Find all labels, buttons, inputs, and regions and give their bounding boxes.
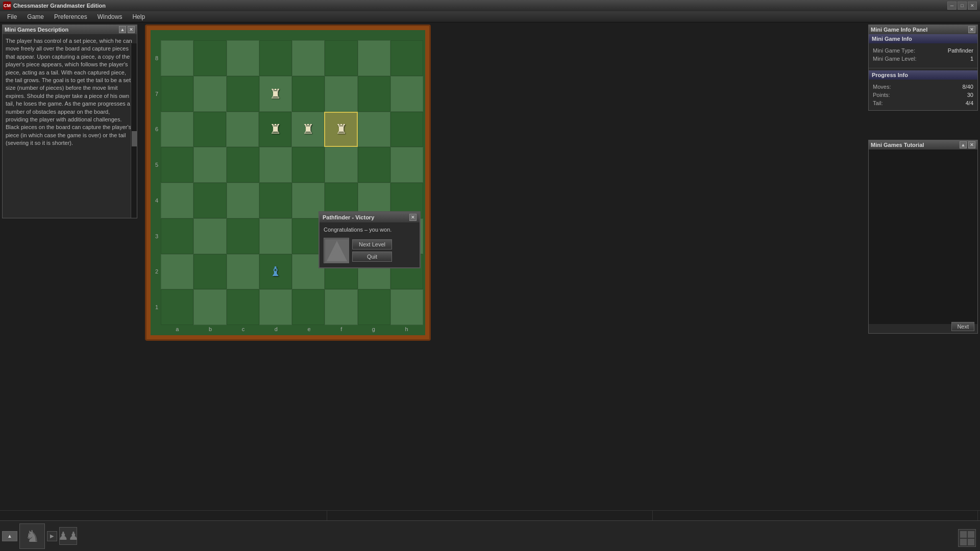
cell-e1[interactable] bbox=[292, 289, 325, 325]
description-panel-titlebar: Mini Games Description ▲ ✕ bbox=[3, 25, 137, 34]
cell-a7[interactable] bbox=[161, 76, 193, 112]
board-outer: 8 7 6 5 4 3 2 1 a b c d e f g bbox=[145, 24, 431, 341]
cell-b3[interactable] bbox=[193, 218, 226, 254]
cell-c6[interactable] bbox=[226, 112, 259, 147]
rank-3: 3 bbox=[155, 233, 158, 239]
cell-a2[interactable] bbox=[161, 254, 193, 290]
cell-e7[interactable] bbox=[292, 76, 325, 112]
svg-rect-5 bbox=[960, 531, 967, 538]
scroll-up-button[interactable]: ▲ bbox=[2, 531, 17, 541]
cell-d8[interactable] bbox=[259, 40, 292, 76]
cell-f8[interactable] bbox=[325, 40, 357, 76]
victory-dialog-content: Congratulations – you won. Next Level Qu… bbox=[320, 222, 420, 267]
cell-c2[interactable] bbox=[227, 254, 259, 290]
victory-close-button[interactable]: ✕ bbox=[409, 214, 416, 221]
cell-b6[interactable] bbox=[193, 112, 226, 147]
cell-d1[interactable] bbox=[259, 289, 292, 325]
cell-a6[interactable] bbox=[161, 112, 193, 147]
tutorial-close-button[interactable]: ✕ bbox=[968, 141, 975, 148]
victory-title-text: Pathfinder - Victory bbox=[323, 214, 374, 220]
cell-c1[interactable] bbox=[227, 289, 259, 325]
cell-d5[interactable] bbox=[259, 147, 292, 183]
description-text: The player has control of a set piece, w… bbox=[6, 37, 134, 147]
info-close-button[interactable]: ✕ bbox=[968, 26, 975, 33]
file-e: e bbox=[307, 326, 310, 332]
board-inner: 8 7 6 5 4 3 2 1 a b c d e f g bbox=[151, 30, 425, 335]
tutorial-expand-button[interactable]: ▲ bbox=[960, 141, 967, 148]
cell-g1[interactable] bbox=[358, 289, 390, 325]
tutorial-next-button[interactable]: Next bbox=[951, 322, 974, 331]
cell-g6[interactable] bbox=[358, 112, 390, 147]
description-close-button[interactable]: ✕ bbox=[128, 26, 135, 33]
cell-d4[interactable] bbox=[259, 183, 292, 218]
info-panel: Mini Game Info Panel ✕ Mini Game Info Mi… bbox=[868, 24, 978, 111]
cell-b2[interactable] bbox=[193, 254, 226, 290]
tutorial-panel-title: Mini Games Tutorial bbox=[871, 142, 924, 148]
cell-a8[interactable] bbox=[161, 40, 193, 76]
victory-dialog: Pathfinder - Victory ✕ Congratulations –… bbox=[318, 211, 421, 268]
cell-a1[interactable] bbox=[161, 289, 193, 325]
cell-a5[interactable] bbox=[161, 147, 193, 183]
cell-c7[interactable] bbox=[227, 76, 259, 112]
cell-h7[interactable] bbox=[390, 76, 423, 112]
minimize-button[interactable]: ─ bbox=[947, 2, 957, 10]
menu-windows[interactable]: Windows bbox=[92, 12, 128, 21]
points-label: Points: bbox=[873, 92, 890, 98]
menu-game[interactable]: Game bbox=[22, 12, 49, 21]
rank-7: 7 bbox=[155, 91, 158, 97]
cell-h6[interactable] bbox=[390, 112, 423, 147]
tutorial-content bbox=[869, 149, 977, 324]
cell-h1[interactable] bbox=[390, 289, 423, 325]
rank-5: 5 bbox=[155, 162, 158, 168]
cell-d6[interactable]: ♜ bbox=[259, 112, 291, 147]
cell-c3[interactable] bbox=[227, 218, 259, 254]
cell-c8[interactable] bbox=[227, 40, 259, 76]
cell-d3[interactable] bbox=[259, 218, 292, 254]
cell-f7[interactable] bbox=[325, 76, 357, 112]
cell-g8[interactable] bbox=[358, 40, 390, 76]
menu-file[interactable]: File bbox=[2, 12, 22, 21]
cell-b4[interactable] bbox=[193, 183, 226, 218]
cell-f6[interactable]: ♜ bbox=[324, 112, 358, 147]
cell-b8[interactable] bbox=[193, 40, 226, 76]
cell-e6[interactable]: ♜ bbox=[291, 112, 324, 147]
menu-help[interactable]: Help bbox=[127, 12, 150, 21]
bottom-play-button[interactable]: ▶ bbox=[47, 531, 57, 541]
cell-b7[interactable] bbox=[193, 76, 226, 112]
cell-e5[interactable] bbox=[292, 147, 325, 183]
cell-f1[interactable] bbox=[325, 289, 357, 325]
cell-c5[interactable] bbox=[227, 147, 259, 183]
cell-a3[interactable] bbox=[161, 218, 193, 254]
cell-c4[interactable] bbox=[227, 183, 259, 218]
description-scrollbar[interactable] bbox=[131, 43, 137, 218]
dialog-buttons: Next Level Quit bbox=[324, 238, 415, 263]
cell-e8[interactable] bbox=[292, 40, 325, 76]
cell-h5[interactable] bbox=[390, 147, 423, 183]
scrollbar-thumb[interactable] bbox=[132, 131, 137, 146]
cell-f5[interactable] bbox=[325, 147, 357, 183]
cell-b1[interactable] bbox=[193, 289, 226, 325]
board-row-6: ♜♜♜ bbox=[161, 112, 423, 147]
cell-d2[interactable]: ♝ bbox=[259, 254, 292, 290]
description-panel-title: Mini Games Description bbox=[5, 27, 68, 33]
maximize-button[interactable]: □ bbox=[958, 2, 967, 10]
close-button[interactable]: ✕ bbox=[968, 2, 977, 10]
game-level-value: 1 bbox=[970, 56, 973, 62]
tutorial-panel-titlebar: Mini Games Tutorial ▲ ✕ bbox=[869, 140, 977, 149]
status-bar bbox=[0, 510, 980, 520]
file-g: g bbox=[372, 326, 375, 332]
status-segment-2 bbox=[327, 511, 652, 520]
chess-board[interactable]: ♜♜♜♜♝ bbox=[161, 40, 423, 325]
board-row-8 bbox=[161, 40, 423, 76]
cell-b5[interactable] bbox=[193, 147, 226, 183]
cell-a4[interactable] bbox=[161, 183, 193, 218]
cell-g7[interactable] bbox=[358, 76, 390, 112]
cell-d7[interactable]: ♜ bbox=[259, 76, 292, 112]
description-panel-content: The player has control of a set piece, w… bbox=[3, 34, 137, 218]
cell-g5[interactable] bbox=[358, 147, 390, 183]
quit-button[interactable]: Quit bbox=[352, 252, 392, 262]
menu-preferences[interactable]: Preferences bbox=[49, 12, 92, 21]
cell-h8[interactable] bbox=[390, 40, 423, 76]
next-level-button[interactable]: Next Level bbox=[352, 239, 392, 249]
description-expand-button[interactable]: ▲ bbox=[119, 26, 126, 33]
